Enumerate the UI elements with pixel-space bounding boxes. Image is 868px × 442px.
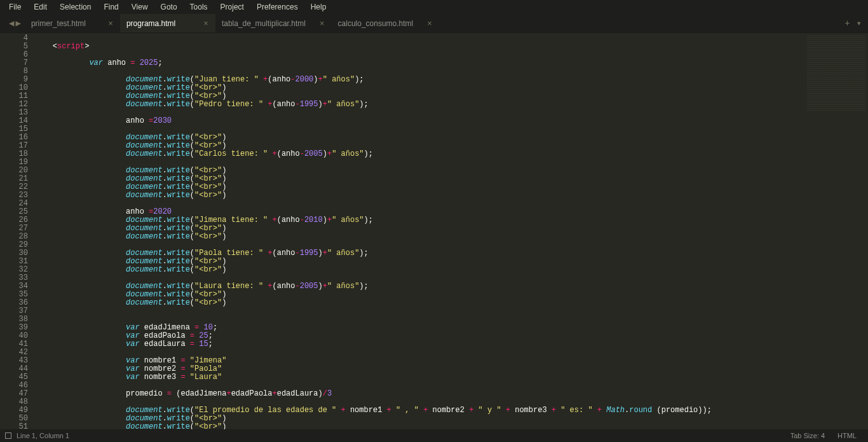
tab-label: tabla_de_multiplicar.html	[222, 19, 306, 28]
nav-forward-icon[interactable]: ▶	[15, 18, 20, 29]
close-icon[interactable]: ×	[203, 18, 208, 28]
menu-file[interactable]: File	[3, 1, 27, 13]
tab-size[interactable]: Tab Size: 4	[784, 432, 831, 439]
code-line: document.write("Carlos tiene: " +(anho-2…	[34, 150, 868, 158]
code-line: document.write("<br>")	[34, 233, 868, 241]
code-line: promedio = (edadJimena+edadPaola+edadLau…	[34, 390, 868, 398]
tab-nav: ◀ ▶	[5, 14, 25, 32]
code-line: anho =2030	[34, 117, 868, 125]
code-line	[34, 34, 868, 43]
syntax-mode[interactable]: HTML	[831, 432, 863, 439]
code-line: var nombre3 = "Laura"	[34, 373, 868, 382]
cursor-position[interactable]: Line 1, Column 1	[17, 432, 69, 439]
code-content[interactable]: <script> var anho = 2025; document.write…	[31, 33, 868, 429]
menu-goto[interactable]: Goto	[154, 1, 184, 13]
menu-selection[interactable]: Selection	[53, 1, 97, 13]
new-tab-icon[interactable]: +	[844, 18, 850, 29]
tab-calculo_consumo-html[interactable]: calculo_consumo.html×	[332, 14, 439, 32]
code-line: document.write("<br>")	[34, 266, 868, 274]
tab-programa-html[interactable]: programa.html×	[120, 14, 215, 32]
menu-bar: FileEditSelectionFindViewGotoToolsProjec…	[0, 0, 868, 14]
code-line: document.write("<br>")	[34, 191, 868, 200]
code-line: <script>	[34, 43, 868, 51]
line-number: 51	[0, 423, 31, 431]
close-icon[interactable]: ×	[108, 18, 113, 28]
tab-tabla_de_multiplicar-html[interactable]: tabla_de_multiplicar.html×	[215, 14, 332, 32]
menu-preferences[interactable]: Preferences	[250, 1, 304, 13]
code-line: var anho = 2025;	[34, 59, 868, 67]
tab-bar: ◀ ▶ primer_test.html×programa.html×tabla…	[0, 14, 868, 33]
tab-label: primer_test.html	[31, 19, 86, 28]
nav-back-icon[interactable]: ◀	[9, 18, 14, 29]
minimap[interactable]	[807, 36, 865, 112]
menu-help[interactable]: Help	[304, 1, 333, 13]
code-line	[34, 307, 868, 315]
tab-actions: + ▾	[838, 14, 868, 32]
tab-dropdown-icon[interactable]: ▾	[857, 18, 862, 29]
editor-area[interactable]: 4567891011121314151617181920212223242526…	[0, 33, 868, 429]
menu-find[interactable]: Find	[97, 1, 125, 13]
close-icon[interactable]: ×	[427, 18, 432, 28]
tab-label: calculo_consumo.html	[338, 19, 414, 28]
menu-view[interactable]: View	[125, 1, 154, 13]
tab-primer_test-html[interactable]: primer_test.html×	[25, 14, 120, 32]
panel-switch-icon[interactable]	[5, 432, 11, 439]
code-line: document.write("Pedro tiene: " +(anho-19…	[34, 100, 868, 109]
menu-edit[interactable]: Edit	[27, 1, 53, 13]
code-line: var edadLaura = 15;	[34, 340, 868, 349]
menu-tools[interactable]: Tools	[184, 1, 214, 13]
code-line: document.write("<br>")	[34, 423, 868, 429]
status-bar: Line 1, Column 1 Tab Size: 4 HTML	[0, 429, 868, 442]
line-gutter: 4567891011121314151617181920212223242526…	[0, 33, 31, 429]
code-line: document.write("<br>")	[34, 299, 868, 307]
menu-project[interactable]: Project	[214, 1, 250, 13]
close-icon[interactable]: ×	[320, 18, 325, 28]
tab-label: programa.html	[126, 19, 175, 28]
